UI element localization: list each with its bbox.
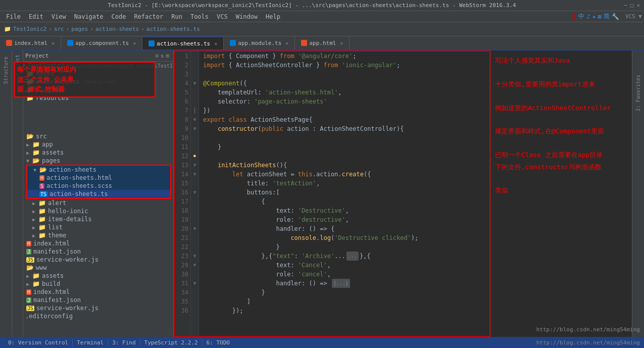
tree-label: hello-ionic bbox=[48, 208, 88, 215]
tab-app-html[interactable]: app.html ✕ bbox=[295, 36, 350, 49]
close-tab-icon[interactable]: ✕ bbox=[340, 40, 343, 46]
tree-item-action-sheets-folder[interactable]: ▼ 📂 action-sheets bbox=[27, 166, 170, 174]
fold-btn-24[interactable]: ▼ bbox=[191, 261, 199, 270]
fold-btn-23[interactable]: ▼ bbox=[191, 252, 199, 261]
code-line-8: export class ActionSheetsPage{ bbox=[203, 115, 485, 124]
tree-item-www-service-worker[interactable]: JS service-worker.js bbox=[12, 304, 173, 312]
fold-btn-20[interactable]: ▼ bbox=[191, 224, 199, 233]
tree-label: action-sheets bbox=[49, 166, 96, 173]
toolbar: 📁 TestIonic2 › src › pages › action-shee… bbox=[0, 22, 644, 36]
tree-label: app bbox=[42, 141, 53, 148]
editor-with-gutter: 1 2 3 4 5 6 7 8 9 10 11 12 13 14 15 16 1… bbox=[175, 52, 489, 336]
fold-btn-14[interactable]: ▼ bbox=[191, 170, 199, 179]
menu-vcs[interactable]: VCS bbox=[213, 12, 232, 21]
fold-btn-26[interactable]: ▼ bbox=[191, 279, 199, 288]
tree-item-action-sheets-scss[interactable]: S action-sheets.scss bbox=[27, 182, 170, 190]
fold-btn-9[interactable]: ▼ bbox=[191, 124, 199, 133]
blog-url: http://blog.csdn.net/ming54ming bbox=[536, 326, 632, 333]
close-tab-icon[interactable]: ✕ bbox=[52, 40, 55, 46]
breadcrumb-action-sheets[interactable]: action-sheets bbox=[95, 26, 139, 32]
status-todo[interactable]: 6: TODO bbox=[203, 339, 234, 346]
menu-edit[interactable]: Edit bbox=[25, 12, 47, 21]
code-line-18: text: 'Destructive', bbox=[203, 206, 485, 215]
close-tab-icon[interactable]: ✕ bbox=[133, 40, 136, 46]
code-area[interactable]: import { Component } from '@angular/core… bbox=[199, 52, 489, 336]
project-side-label[interactable]: 1: Project bbox=[15, 55, 20, 85]
tree-item-index-html-src[interactable]: H index.html bbox=[12, 239, 173, 247]
tree-item-action-sheets-ts[interactable]: TS action-sheets.ts bbox=[27, 190, 170, 198]
tree-item-assets[interactable]: ▶ 📁 assets bbox=[12, 148, 173, 157]
status-find[interactable]: 3: Find bbox=[108, 339, 140, 346]
library-root-badge: library root bbox=[83, 79, 116, 84]
menu-run[interactable]: Run bbox=[167, 12, 186, 21]
tree-item-www-index-html[interactable]: H index.html bbox=[12, 288, 173, 296]
tree-item-src[interactable]: ▼ 📂 src bbox=[12, 132, 173, 140]
close-tab-icon[interactable]: ✕ bbox=[285, 40, 288, 46]
fold-btn-4[interactable]: ▼ bbox=[191, 79, 199, 88]
line-number: 19 bbox=[175, 215, 188, 224]
maximize-btn[interactable]: □ bbox=[630, 2, 634, 9]
tree-item-item-details[interactable]: ▶ 📁 item-details bbox=[12, 215, 173, 223]
tree-item-www-assets[interactable]: ▶ 📁 assets bbox=[12, 272, 173, 280]
breadcrumb-file[interactable]: action-sheets.ts bbox=[146, 26, 200, 32]
code-line-11: } bbox=[203, 142, 485, 152]
tree-item-service-worker-js-src[interactable]: JS service-worker.js bbox=[12, 256, 173, 264]
tree-item-pages[interactable]: ▼ 📂 pages bbox=[12, 157, 173, 165]
line-number: 31 bbox=[175, 279, 188, 288]
tree-item-alert[interactable]: ▶ 📁 alert bbox=[12, 199, 173, 207]
tree-item-www-build[interactable]: ▶ 📁 build bbox=[12, 280, 173, 288]
line-number: 12 bbox=[175, 152, 188, 161]
tab-index-html[interactable]: index.html ✕ bbox=[0, 36, 61, 49]
minimize-btn[interactable]: ─ bbox=[624, 2, 627, 9]
sidebar-expand-icon[interactable]: ⊞ bbox=[166, 53, 169, 59]
tree-item-editorconfig[interactable]: · .editorconfig bbox=[12, 312, 173, 320]
menu-tools[interactable]: Tools bbox=[186, 12, 213, 21]
js-file-icon: JS bbox=[26, 257, 34, 263]
menu-file[interactable]: File bbox=[2, 12, 25, 21]
structure-panel-icon[interactable]: Structure bbox=[2, 55, 10, 86]
status-version-control[interactable]: 0: Version Control bbox=[4, 339, 73, 346]
fold-btn-13[interactable]: ▼ bbox=[191, 161, 199, 170]
close-tab-icon[interactable]: ✕ bbox=[214, 41, 217, 46]
tree-item-resources[interactable]: ▶ 📁 resources bbox=[12, 94, 173, 102]
tab-app-component[interactable]: app.component.ts ✕ bbox=[61, 36, 142, 49]
tree-item-theme[interactable]: ▶ 📁 theme bbox=[12, 231, 173, 239]
sidebar-sort-icon[interactable]: ⇅ bbox=[161, 53, 164, 59]
code-line-13: initActionSheets(){ bbox=[203, 161, 485, 170]
tree-item-www-manifest-json[interactable]: J manifest.json bbox=[12, 296, 173, 304]
status-typescript[interactable]: TypeScript 2.2.2 bbox=[140, 339, 203, 346]
fold-btn-7: │ bbox=[191, 106, 199, 115]
tree-item-testionic2[interactable]: ▼ 📂 TestIonic2 E:\workspace\workspace_io… bbox=[12, 62, 173, 70]
tree-item-hello-ionic[interactable]: ▶ 📁 hello-ionic bbox=[12, 207, 173, 215]
breadcrumb-pages[interactable]: pages bbox=[71, 26, 88, 32]
tab-app-module[interactable]: app.module.ts ✕ bbox=[224, 36, 295, 49]
tree-item-list[interactable]: ▶ 📁 list bbox=[12, 223, 173, 231]
code-line-23: },{"text": 'Archive'......},{ bbox=[203, 252, 485, 261]
fold-btn-16[interactable]: ▼ bbox=[191, 188, 199, 197]
tree-item-node-modules[interactable]: ▶ 📁 node_modules library root bbox=[12, 78, 173, 86]
sidebar-gear-icon[interactable]: ⚙ bbox=[155, 53, 159, 59]
tree-label: www bbox=[36, 264, 47, 271]
breadcrumb-testionic[interactable]: TestIonic2 bbox=[13, 26, 46, 32]
menu-navigate[interactable]: Navigate bbox=[70, 12, 108, 21]
menu-code[interactable]: Code bbox=[108, 12, 130, 21]
tree-item-action-sheets-html[interactable]: H action-sheets.html bbox=[27, 174, 170, 182]
tree-item-plugins[interactable]: ▶ 📁 plugins bbox=[12, 86, 173, 94]
tree-item-hooks[interactable]: ▶ 📁 hooks bbox=[12, 70, 173, 78]
menu-refactor[interactable]: Refactor bbox=[130, 12, 167, 21]
tree-item-app[interactable]: ▶ 📁 app bbox=[12, 140, 173, 148]
menu-window[interactable]: Window bbox=[232, 12, 262, 21]
close-btn[interactable]: ✕ bbox=[636, 2, 640, 9]
status-terminal[interactable]: Terminal bbox=[73, 339, 108, 346]
favorites-side-label[interactable]: 2: Favorites bbox=[635, 75, 641, 111]
tab-action-sheets[interactable]: action-sheets.ts ✕ bbox=[142, 36, 224, 49]
line-number: 11 bbox=[175, 142, 188, 152]
tree-item-manifest-json-src[interactable]: J manifest.json bbox=[12, 247, 173, 256]
tree-label: src bbox=[36, 133, 47, 140]
menu-view[interactable]: View bbox=[47, 12, 70, 21]
breadcrumb-src[interactable]: src bbox=[54, 26, 64, 32]
fold-btn-8[interactable]: ▼ bbox=[191, 115, 199, 124]
menu-help[interactable]: Help bbox=[262, 12, 284, 21]
html-file-icon: H bbox=[39, 175, 44, 181]
tree-item-www[interactable]: ▼ 📂 www bbox=[12, 264, 173, 272]
